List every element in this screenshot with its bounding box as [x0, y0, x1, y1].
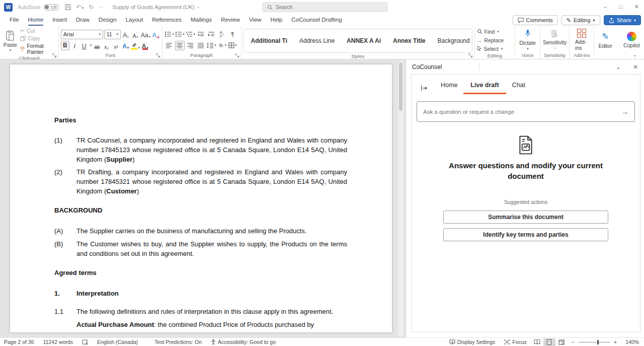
change-case-button[interactable]: Aa▾: [141, 30, 150, 39]
word-count[interactable]: 11242 words: [39, 339, 77, 345]
bold-button[interactable]: B: [61, 41, 69, 50]
document-scrollbar[interactable]: [398, 60, 404, 336]
language-indicator[interactable]: English (Canada): [93, 339, 142, 345]
maximize-button[interactable]: □: [619, 4, 622, 10]
action-identify-button[interactable]: Identify key terms and parties: [443, 228, 608, 241]
cut-button[interactable]: ✂Cut: [20, 28, 56, 34]
page-indicator[interactable]: Page 2 of 36: [4, 339, 39, 345]
tab-cocounsel-drafting[interactable]: CoCounsel Drafting: [287, 14, 346, 26]
dictate-button[interactable]: Dictate ▾: [516, 29, 539, 51]
align-left-button[interactable]: [165, 41, 174, 50]
zoom-slider[interactable]: [578, 342, 610, 342]
print-layout-view-button[interactable]: [543, 338, 555, 346]
zoom-in-button[interactable]: +: [614, 339, 617, 345]
tab-draw[interactable]: Draw: [71, 14, 94, 26]
style-item[interactable]: Address Line: [299, 37, 335, 44]
read-mode-view-button[interactable]: [531, 338, 543, 346]
text-predictions[interactable]: Text Predictions: On: [142, 339, 206, 345]
tab-design[interactable]: Design: [94, 14, 121, 26]
tab-insert[interactable]: Insert: [48, 14, 71, 26]
font-name-combo[interactable]: Arial▾: [61, 30, 103, 39]
autosave-control[interactable]: AutoSave Off: [18, 4, 59, 11]
bullets-button[interactable]: ▾: [165, 30, 174, 39]
proofing-status[interactable]: [77, 339, 93, 345]
shading-button[interactable]: ▾: [217, 41, 227, 50]
document-scrollbar-thumb[interactable]: [399, 62, 403, 111]
editing-mode-button[interactable]: ✎ Editing ▾: [561, 15, 600, 25]
display-settings-button[interactable]: Display Settings: [445, 339, 500, 345]
tab-help[interactable]: Help: [266, 14, 287, 26]
redo-icon[interactable]: ↻: [89, 4, 94, 10]
tab-review[interactable]: Review: [216, 14, 245, 26]
grow-font-button[interactable]: A˄: [122, 30, 130, 39]
accessibility-status[interactable]: Accessibility: Good to go: [206, 339, 280, 345]
web-layout-view-button[interactable]: [555, 338, 568, 346]
tab-references[interactable]: References: [147, 14, 186, 26]
pane-tab-chat[interactable]: Chat: [512, 82, 525, 94]
shrink-font-button[interactable]: A˅: [131, 30, 140, 39]
tab-view[interactable]: View: [245, 14, 266, 26]
decrease-indent-button[interactable]: [196, 30, 206, 39]
tab-home[interactable]: Home: [24, 14, 48, 26]
underline-button[interactable]: U: [80, 41, 89, 50]
document-title[interactable]: Supply of Goods Agreement (UK) ⌄: [112, 4, 200, 10]
paste-button[interactable]: Paste ▾: [2, 30, 18, 52]
increase-indent-button[interactable]: [207, 30, 216, 39]
superscript-button[interactable]: x²: [112, 41, 120, 50]
document-content[interactable]: Parties (1) TR CoCounsel, a company inco…: [10, 64, 392, 329]
sensitivity-button[interactable]: Sensitivity ▾: [539, 30, 570, 50]
pane-tab-home[interactable]: Home: [441, 82, 457, 94]
search-box[interactable]: [262, 2, 388, 12]
replace-button[interactable]: ↔Replace: [477, 36, 504, 44]
highlight-button[interactable]: ▾: [131, 41, 140, 50]
focus-button[interactable]: Focus: [500, 339, 531, 345]
quick-access-more-icon[interactable]: ⋯: [99, 5, 103, 10]
minimize-button[interactable]: –: [604, 4, 607, 10]
align-right-button[interactable]: [186, 41, 195, 50]
format-painter-button[interactable]: Format Painter: [20, 43, 56, 55]
style-item[interactable]: ANNEX A Ai: [347, 37, 381, 44]
document-canvas[interactable]: Parties (1) TR CoCounsel, a company inco…: [0, 59, 406, 337]
clipboard-dialog-launcher-icon[interactable]: [52, 53, 57, 58]
multilevel-list-button[interactable]: ▾: [186, 30, 195, 39]
undo-icon[interactable]: ↶▾: [76, 4, 84, 10]
search-input[interactable]: [276, 4, 376, 10]
action-summarise-button[interactable]: Summarise this document: [443, 211, 608, 224]
paragraph-dialog-launcher-icon[interactable]: [235, 53, 239, 58]
justify-button[interactable]: [196, 41, 206, 50]
tab-file[interactable]: File: [5, 14, 24, 26]
select-button[interactable]: Select▾: [477, 45, 504, 52]
save-icon[interactable]: [64, 4, 71, 11]
style-item[interactable]: Background F: [438, 37, 472, 44]
tab-layout[interactable]: Layout: [121, 14, 148, 26]
copilot-button[interactable]: Copilot: [620, 32, 643, 48]
line-spacing-button[interactable]: ▾: [207, 41, 216, 50]
pane-expand-icon[interactable]: [421, 85, 428, 91]
ask-input-box[interactable]: →: [417, 101, 635, 122]
editor-button[interactable]: ✎ Editor: [595, 31, 615, 49]
subscript-button[interactable]: x₂: [102, 41, 111, 50]
zoom-out-button[interactable]: −: [572, 339, 575, 345]
align-center-button[interactable]: [175, 41, 185, 50]
comments-button[interactable]: Comments: [513, 15, 558, 25]
font-dialog-launcher-icon[interactable]: [156, 53, 160, 58]
sort-button[interactable]: AZ↓: [217, 30, 227, 39]
pane-close-icon[interactable]: ✕: [633, 63, 638, 71]
pane-tab-live-draft[interactable]: Live draft: [470, 82, 499, 94]
style-item[interactable]: Annex Title: [393, 37, 425, 44]
addins-button[interactable]: Add-ins: [572, 29, 592, 51]
find-button[interactable]: Find▾: [477, 28, 504, 35]
show-formatting-marks-button[interactable]: ¶: [228, 30, 237, 39]
numbering-button[interactable]: ▾: [175, 30, 185, 39]
autosave-toggle[interactable]: Off: [43, 4, 59, 11]
tab-mailings[interactable]: Mailings: [186, 14, 216, 26]
copy-button[interactable]: Copy: [20, 35, 56, 41]
zoom-level[interactable]: 140%: [621, 339, 640, 345]
close-button[interactable]: ✕: [634, 4, 639, 10]
borders-button[interactable]: ▾: [228, 41, 237, 50]
font-size-combo[interactable]: 11▾: [104, 30, 121, 39]
strikethrough-button[interactable]: ab: [93, 41, 101, 50]
collapse-ribbon-icon[interactable]: ⌄: [633, 52, 637, 57]
pane-collapse-icon[interactable]: ⌄: [616, 63, 621, 71]
document-page[interactable]: Parties (1) TR CoCounsel, a company inco…: [10, 64, 392, 332]
